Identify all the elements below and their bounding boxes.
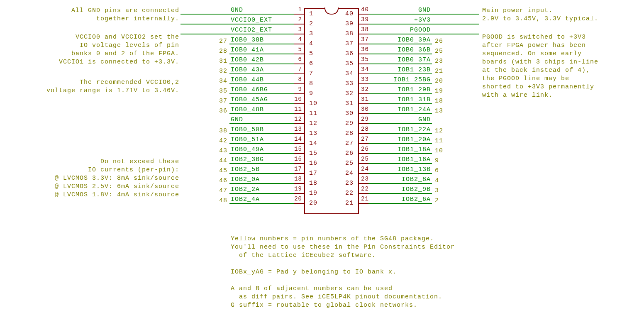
- chip-internal-pin: 2: [309, 20, 313, 27]
- sg48-number: 38: [219, 127, 227, 134]
- sg48-number: 34: [219, 78, 227, 85]
- pin-label: IOB2_6A: [402, 196, 431, 318]
- sg48-number: 45: [219, 167, 227, 174]
- sg48-number: 27: [219, 38, 227, 45]
- sg48-number: 43: [219, 147, 227, 154]
- chip-internal-pin: 36: [345, 50, 354, 57]
- chip-internal-pin: 29: [345, 120, 354, 127]
- sg48-number: 10: [435, 147, 443, 154]
- sg48-number: 25: [435, 48, 443, 55]
- wire-extend-right: [432, 34, 479, 34]
- sg48-number: 37: [219, 98, 227, 105]
- sg48-number: 28: [219, 48, 227, 55]
- chip-internal-pin: 21: [345, 200, 354, 207]
- chip-internal-pin: 39: [345, 20, 354, 27]
- chip-internal-pin: 6: [309, 60, 313, 67]
- sg48-number: 3: [435, 187, 439, 194]
- chip-internal-pin: 25: [345, 160, 354, 167]
- note-pgood: PGOOD is switched to +3V3 after FPGA pow…: [482, 33, 598, 100]
- sg48-number: 21: [435, 68, 443, 75]
- chip-internal-pin: 3: [309, 30, 313, 37]
- chip-internal-pin: 23: [345, 180, 354, 187]
- chip-internal-pin: 22: [345, 190, 354, 197]
- chip-internal-pin: 15: [309, 150, 317, 157]
- sg48-number: 19: [435, 88, 443, 95]
- sg48-number: 4: [435, 177, 439, 184]
- note-vccio: VCCIO0 and VCCIO2 set the IO voltage lev…: [59, 33, 179, 66]
- sg48-number: 13: [435, 107, 443, 115]
- chip-internal-pin: 40: [345, 10, 354, 17]
- chip-internal-pin: 34: [345, 70, 354, 77]
- chip-internal-pin: 10: [309, 100, 317, 107]
- sg48-number: 36: [219, 107, 227, 115]
- chip-internal-pin: 11: [309, 110, 317, 117]
- sg48-number: 42: [219, 137, 227, 144]
- sg48-number: 2: [435, 197, 439, 204]
- note-main-power: Main power input. 2.9V to 3.45V, 3.3V ty…: [482, 7, 598, 23]
- sg48-number: 6: [435, 167, 439, 174]
- pin-label: IOB2_4A: [231, 196, 260, 318]
- chip-internal-pin: 9: [309, 90, 313, 97]
- note-gnd: All GND pins are connected together inte…: [71, 7, 179, 23]
- chip-internal-pin: 24: [345, 170, 354, 177]
- sg48-number: 12: [435, 127, 443, 134]
- sg48-number: 20: [435, 78, 443, 85]
- chip-internal-pin: 17: [309, 170, 317, 177]
- chip-internal-pin: 32: [345, 90, 354, 97]
- wire-extend-right: [432, 24, 479, 24]
- chip-internal-pin: 30: [345, 110, 354, 117]
- chip-internal-pin: 8: [309, 80, 313, 87]
- sg48-number: 35: [219, 88, 227, 95]
- note-vccio-range: The recommended VCCIO0,2 voltage range i…: [46, 78, 179, 95]
- sg48-number: 18: [435, 98, 443, 105]
- chip-internal-pin: 38: [345, 30, 354, 37]
- sg48-number: 44: [219, 157, 227, 164]
- chip-internal-pin: 27: [345, 140, 354, 147]
- chip-internal-pin: 26: [345, 150, 354, 157]
- chip-internal-pin: 18: [309, 180, 317, 187]
- chip-internal-pin: 35: [345, 60, 354, 67]
- chip-internal-pin: 7: [309, 70, 313, 77]
- wire-extend-left: [181, 14, 229, 15]
- chip-internal-pin: 5: [309, 50, 313, 57]
- sg48-number: 23: [435, 58, 443, 65]
- sg48-number: 47: [219, 187, 227, 194]
- sg48-number: 31: [219, 58, 227, 65]
- chip-internal-pin: 33: [345, 80, 354, 87]
- wire-extend-right: [432, 14, 479, 15]
- sg48-number: 26: [435, 38, 443, 45]
- wire-extend-left: [181, 34, 229, 34]
- chip-internal-pin: 20: [309, 200, 317, 207]
- chip-internal-pin: 37: [345, 40, 354, 47]
- chip-internal-pin: 31: [345, 100, 354, 107]
- chip-internal-pin: 19: [309, 190, 317, 197]
- pin-number: 20: [294, 195, 302, 318]
- note-io-currents: Do not exceed these IO currents (per-pin…: [55, 158, 179, 199]
- wire-extend-left: [181, 24, 229, 24]
- chip-internal-pin: 13: [309, 130, 317, 137]
- chip-internal-pin: 16: [309, 160, 317, 167]
- chip-internal-pin: 14: [309, 140, 317, 147]
- sg48-number: 11: [435, 137, 443, 144]
- pin-number: 21: [361, 195, 369, 318]
- chip-internal-pin: 4: [309, 40, 313, 47]
- chip-internal-pin: 28: [345, 130, 354, 137]
- sg48-number: 46: [219, 177, 227, 184]
- sg48-number: 48: [219, 197, 227, 204]
- chip-internal-pin: 1: [309, 10, 313, 17]
- sg48-number: 9: [435, 157, 439, 164]
- chip-internal-pin: 12: [309, 120, 317, 127]
- sg48-number: 32: [219, 68, 227, 75]
